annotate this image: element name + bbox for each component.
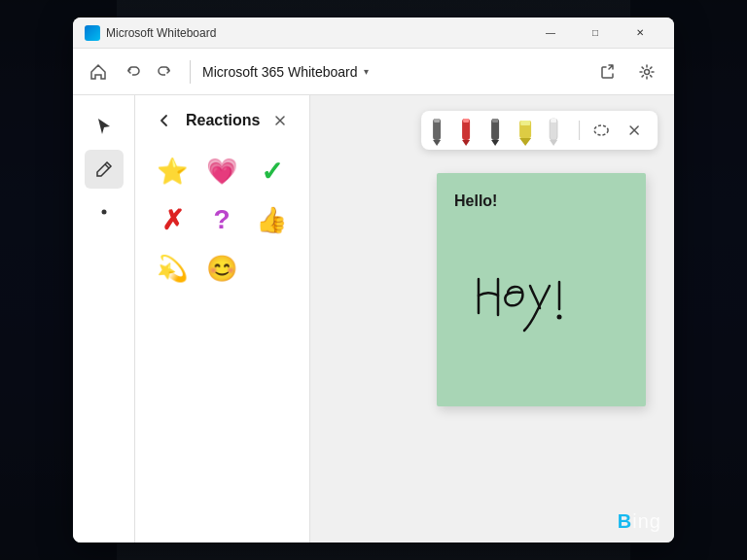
reactions-header-left: Reactions xyxy=(151,107,260,134)
pen-tool-button[interactable] xyxy=(85,150,124,189)
svg-point-1 xyxy=(101,210,106,215)
reaction-sparkles[interactable]: 💫 xyxy=(151,247,194,290)
pen-gray-button[interactable] xyxy=(431,117,454,144)
svg-marker-6 xyxy=(462,140,470,146)
title-chevron-icon: ▾ xyxy=(364,66,369,77)
title-bar-left: Microsoft Whiteboard xyxy=(85,25,528,41)
minimize-button[interactable]: — xyxy=(528,18,573,49)
redo-button[interactable] xyxy=(151,58,178,86)
home-button[interactable] xyxy=(85,58,112,86)
sticky-note[interactable]: Hello! xyxy=(437,173,646,406)
maximize-button[interactable]: □ xyxy=(573,18,618,49)
reaction-checkmark[interactable]: ✓ xyxy=(250,150,293,192)
svg-marker-15 xyxy=(550,140,557,146)
reactions-panel: Reactions ⭐ 💗 ✓ ✗ ? xyxy=(135,95,310,542)
bing-logo: Bing xyxy=(618,510,661,533)
toolbar-separator xyxy=(579,121,580,140)
pen-yellow-button[interactable] xyxy=(518,117,542,144)
reactions-grid: ⭐ 💗 ✓ ✗ ? 👍 💫 😊 xyxy=(135,142,309,298)
reactions-header: Reactions xyxy=(135,95,309,142)
menu-bar: Microsoft 365 Whiteboard ▾ xyxy=(73,49,674,95)
svg-rect-10 xyxy=(492,119,498,122)
back-button[interactable] xyxy=(151,107,178,134)
reaction-heart[interactable]: 💗 xyxy=(200,150,243,192)
svg-rect-4 xyxy=(434,119,440,122)
app-window: Microsoft Whiteboard — □ ✕ xyxy=(73,18,674,542)
close-toolbar-button[interactable] xyxy=(621,117,648,144)
reaction-xmark[interactable]: ✗ xyxy=(151,198,194,241)
reactions-panel-title: Reactions xyxy=(186,112,260,129)
reaction-star[interactable]: ⭐ xyxy=(151,150,194,192)
app-icon xyxy=(85,25,100,41)
app-title-button[interactable]: Microsoft 365 Whiteboard ▾ xyxy=(202,64,369,80)
app-title-label: Microsoft 365 Whiteboard xyxy=(202,64,358,80)
reaction-question[interactable]: ? xyxy=(200,198,243,241)
svg-marker-12 xyxy=(519,138,531,146)
svg-point-17 xyxy=(594,125,608,135)
svg-point-0 xyxy=(645,69,650,74)
sticky-note-title: Hello! xyxy=(454,192,628,210)
reaction-thumbsup[interactable]: 👍 xyxy=(250,198,293,241)
sidebar xyxy=(73,95,135,542)
reaction-smile[interactable]: 😊 xyxy=(200,247,243,290)
menu-divider xyxy=(190,60,191,84)
undo-button[interactable] xyxy=(120,58,147,86)
pen-dark-button[interactable] xyxy=(489,117,513,144)
svg-rect-16 xyxy=(551,119,556,122)
bing-text: ing xyxy=(632,510,661,532)
more-tools-button[interactable] xyxy=(85,192,124,231)
svg-marker-3 xyxy=(433,140,441,146)
title-bar: Microsoft Whiteboard — □ ✕ xyxy=(73,18,674,49)
pen-white-button[interactable] xyxy=(548,117,571,144)
cursor-tool-button[interactable] xyxy=(85,107,124,146)
share-button[interactable] xyxy=(592,56,623,88)
svg-point-18 xyxy=(556,315,561,320)
bing-b-letter: B xyxy=(618,510,632,532)
nav-buttons xyxy=(120,58,178,86)
window-title: Microsoft Whiteboard xyxy=(106,26,216,40)
menu-right-buttons xyxy=(592,56,662,88)
canvas-toolbar xyxy=(421,111,658,150)
canvas-area[interactable]: Hello! xyxy=(310,95,674,542)
lasso-tool-button[interactable] xyxy=(587,117,615,144)
settings-button[interactable] xyxy=(631,56,662,88)
close-reactions-button[interactable] xyxy=(267,107,294,134)
main-area: Reactions ⭐ 💗 ✓ ✗ ? xyxy=(73,95,674,542)
pen-red-button[interactable] xyxy=(460,117,483,144)
svg-rect-7 xyxy=(463,119,469,122)
svg-rect-13 xyxy=(520,121,530,125)
svg-marker-9 xyxy=(491,140,499,146)
window-controls: — □ ✕ xyxy=(528,18,662,49)
close-button[interactable]: ✕ xyxy=(618,18,662,49)
sticky-note-content xyxy=(454,218,628,389)
